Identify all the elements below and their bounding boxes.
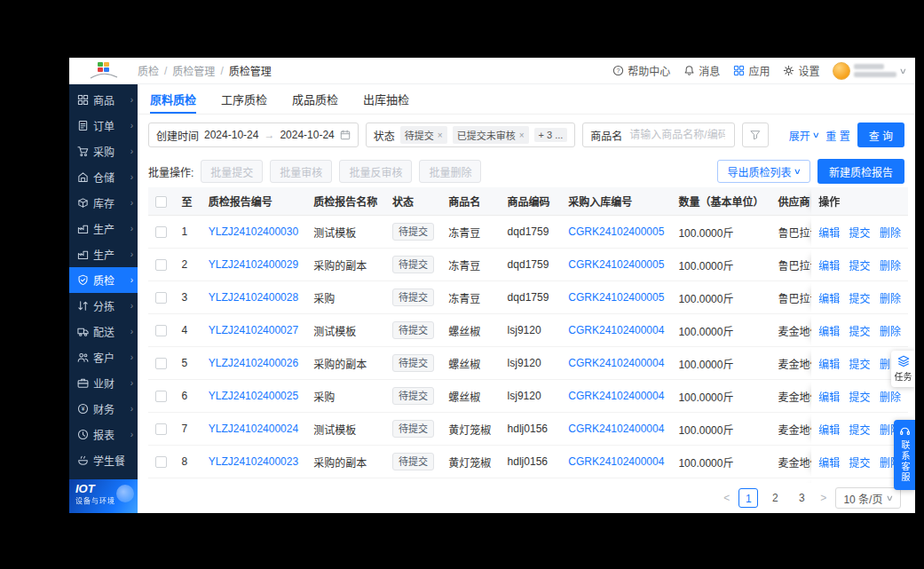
delete-link[interactable]: 删除 bbox=[880, 260, 901, 273]
page-button-2[interactable]: 2 bbox=[765, 488, 785, 508]
inbound-no-link[interactable]: CGRK24102400004 bbox=[568, 357, 664, 369]
row-checkbox[interactable] bbox=[155, 325, 167, 336]
table-row[interactable]: 5 YLZJ24102400026 采购的副本 待提交 螺丝椒 lsj9120 … bbox=[148, 347, 908, 380]
report-no-link[interactable]: YLZJ24102400029 bbox=[209, 258, 298, 271]
row-checkbox[interactable] bbox=[155, 391, 167, 402]
sidebar-item-student-meal[interactable]: 学生餐 bbox=[69, 447, 138, 473]
search-button[interactable]: 查 询 bbox=[857, 122, 904, 147]
sidebar-item-finance[interactable]: ¥ 财务 › bbox=[69, 396, 138, 422]
sidebar-item-production-1[interactable]: 生产 › bbox=[69, 216, 138, 241]
next-page-button[interactable]: > bbox=[818, 492, 828, 504]
table-row[interactable]: 8 YLZJ24102400023 采购的副本 待提交 黄灯笼椒 hdlj015… bbox=[148, 446, 908, 478]
row-checkbox[interactable] bbox=[155, 226, 167, 238]
report-no-link[interactable]: YLZJ24102400027 bbox=[209, 324, 298, 336]
batch-delete-button[interactable]: 批量删除 bbox=[419, 160, 481, 183]
settings-link[interactable]: 设置 bbox=[783, 63, 819, 78]
select-all-checkbox[interactable] bbox=[155, 196, 167, 208]
help-center-link[interactable]: ? 帮助中心 bbox=[612, 63, 670, 78]
inbound-no-link[interactable]: CGRK24102400005 bbox=[568, 291, 664, 304]
table-row[interactable]: 1 YLZJ24102400030 测试模板 待提交 冻青豆 dqd1759 C… bbox=[148, 216, 908, 249]
edit-link[interactable]: 编辑 bbox=[818, 424, 840, 437]
sidebar-item-orders[interactable]: 订单 › bbox=[69, 113, 138, 138]
inbound-no-link[interactable]: CGRK24102400005 bbox=[568, 258, 664, 271]
sidebar-item-goods[interactable]: 商品 › bbox=[69, 87, 138, 113]
tab-outbound-sampling-qc[interactable]: 出库抽检 bbox=[363, 84, 409, 114]
tab-finished-qc[interactable]: 成品质检 bbox=[292, 84, 338, 114]
edit-link[interactable]: 编辑 bbox=[818, 293, 840, 305]
row-checkbox[interactable] bbox=[155, 456, 167, 468]
delete-link[interactable]: 删除 bbox=[880, 326, 901, 338]
submit-link[interactable]: 提交 bbox=[849, 391, 871, 404]
inbound-no-link[interactable]: CGRK24102400004 bbox=[568, 324, 664, 336]
report-no-link[interactable]: YLZJ24102400026 bbox=[209, 357, 298, 369]
edit-link[interactable]: 编辑 bbox=[818, 391, 840, 404]
table-row[interactable]: 7 YLZJ24102400024 测试模板 待提交 黄灯笼椒 hdlj0156… bbox=[148, 413, 908, 446]
export-qc-list-button[interactable]: 导出质检列表 ∨ bbox=[717, 160, 810, 183]
table-row[interactable]: 4 YLZJ24102400027 测试模板 待提交 螺丝椒 lsj9120 C… bbox=[148, 314, 908, 347]
status-tag-more[interactable]: + 3 ... bbox=[534, 128, 568, 142]
edit-link[interactable]: 编辑 bbox=[818, 326, 840, 338]
submit-link[interactable]: 提交 bbox=[849, 359, 871, 371]
col-index[interactable]: 至 bbox=[174, 187, 201, 216]
iot-banner[interactable]: IOT 设备与环境 bbox=[69, 479, 138, 513]
filter-funnel-button[interactable] bbox=[742, 122, 769, 147]
page-button-1[interactable]: 1 bbox=[738, 488, 758, 508]
breadcrumb-item[interactable]: 质检管理 bbox=[172, 63, 215, 78]
inbound-no-link[interactable]: CGRK24102400004 bbox=[568, 390, 664, 402]
batch-submit-button[interactable]: 批量提交 bbox=[201, 160, 263, 183]
table-row[interactable]: 2 YLZJ24102400029 采购的副本 待提交 冻青豆 dqd1759 … bbox=[148, 249, 908, 281]
sidebar-item-production-2[interactable]: 生产 › bbox=[69, 241, 138, 267]
close-icon[interactable]: × bbox=[519, 130, 525, 140]
date-range-picker[interactable]: 创建时间 2024-10-24 → 2024-10-24 bbox=[148, 122, 359, 147]
page-size-select[interactable]: 10 条/页 ∨ bbox=[835, 487, 901, 509]
row-checkbox[interactable] bbox=[155, 259, 167, 271]
customer-service-button[interactable]: 联系客服 bbox=[894, 420, 915, 490]
row-checkbox[interactable] bbox=[155, 423, 167, 435]
breadcrumb-item[interactable]: 质检 bbox=[138, 63, 159, 78]
expand-filters-link[interactable]: 展开 ∨ bbox=[789, 128, 819, 143]
inbound-no-link[interactable]: CGRK24102400004 bbox=[568, 455, 664, 468]
apps-link[interactable]: 应用 bbox=[733, 63, 770, 78]
user-avatar[interactable] bbox=[833, 62, 850, 80]
edit-link[interactable]: 编辑 bbox=[818, 260, 840, 273]
sidebar-item-warehouse[interactable]: 仓储 › bbox=[69, 164, 138, 190]
row-checkbox[interactable] bbox=[155, 358, 167, 369]
edit-link[interactable]: 编辑 bbox=[818, 457, 840, 470]
close-icon[interactable]: × bbox=[438, 130, 443, 140]
report-no-link[interactable]: YLZJ24102400028 bbox=[209, 291, 298, 304]
submit-link[interactable]: 提交 bbox=[849, 424, 871, 437]
report-no-link[interactable]: YLZJ24102400030 bbox=[209, 225, 298, 238]
table-scroll-area[interactable]: 至 质检报告编号 质检报告名称 状态 商品名 商品编码 采购入库编号 数量（基本… bbox=[148, 187, 908, 483]
sidebar-item-business-finance[interactable]: 业财 › bbox=[69, 370, 138, 396]
tab-process-qc[interactable]: 工序质检 bbox=[221, 84, 267, 114]
row-checkbox[interactable] bbox=[155, 292, 167, 304]
messages-link[interactable]: 消息 bbox=[683, 63, 720, 78]
status-tag-pending[interactable]: 待提交× bbox=[400, 126, 447, 144]
inbound-no-link[interactable]: CGRK24102400005 bbox=[568, 225, 664, 238]
report-no-link[interactable]: YLZJ24102400024 bbox=[209, 423, 298, 435]
user-menu[interactable]: ∨ bbox=[833, 62, 906, 80]
sidebar-item-inventory[interactable]: 库存 › bbox=[69, 190, 138, 216]
status-filter-select[interactable]: 状态 待提交× 已提交未审核× + 3 ... bbox=[366, 122, 576, 147]
edit-link[interactable]: 编辑 bbox=[818, 359, 840, 371]
status-tag-submitted-unreviewed[interactable]: 已提交未审核× bbox=[453, 126, 529, 144]
table-row[interactable]: 3 YLZJ24102400028 采购 待提交 冻青豆 dqd1759 CGR… bbox=[148, 281, 908, 314]
product-search-field[interactable]: 商品名 bbox=[582, 122, 735, 147]
sidebar-item-customer[interactable]: 客户 › bbox=[69, 344, 138, 370]
sidebar-item-purchase[interactable]: 采购 › bbox=[69, 138, 138, 164]
delete-link[interactable]: 删除 bbox=[880, 391, 901, 404]
task-widget[interactable]: 任务 bbox=[891, 351, 915, 387]
report-no-link[interactable]: YLZJ24102400025 bbox=[209, 390, 298, 402]
create-qc-report-button[interactable]: 新建质检报告 bbox=[817, 159, 904, 184]
sidebar-item-quality[interactable]: 质检 › bbox=[69, 267, 138, 293]
inbound-no-link[interactable]: CGRK24102400004 bbox=[568, 423, 664, 435]
delete-link[interactable]: 删除 bbox=[880, 227, 901, 240]
tab-raw-material-qc[interactable]: 原料质检 bbox=[150, 84, 196, 114]
edit-link[interactable]: 编辑 bbox=[818, 227, 840, 240]
sidebar-item-delivery[interactable]: 配送 › bbox=[69, 319, 138, 344]
submit-link[interactable]: 提交 bbox=[849, 260, 871, 273]
page-button-3[interactable]: 3 bbox=[792, 488, 811, 508]
reset-button[interactable]: 重 置 bbox=[825, 128, 849, 143]
sidebar-item-reports[interactable]: 报表 › bbox=[69, 422, 138, 447]
submit-link[interactable]: 提交 bbox=[849, 293, 871, 305]
